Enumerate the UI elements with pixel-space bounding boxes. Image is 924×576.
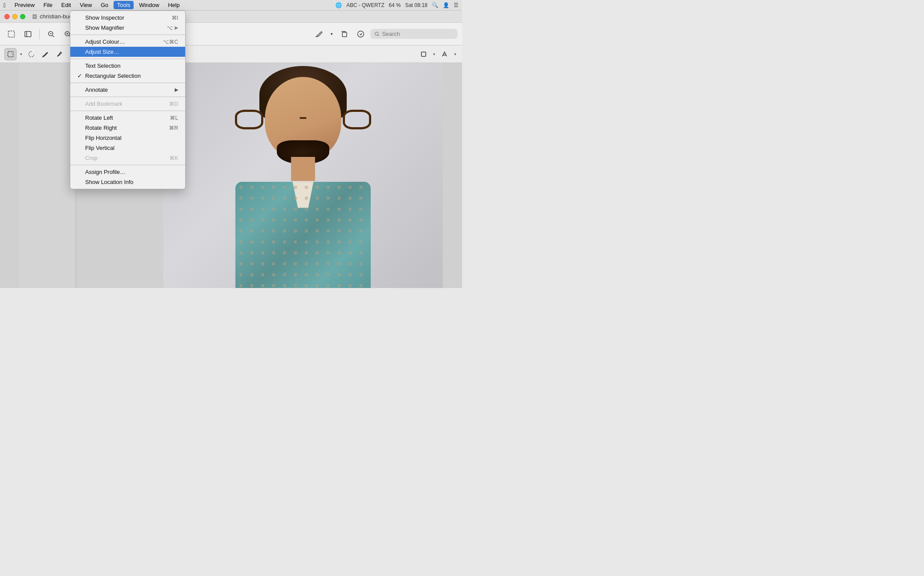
menu-item-adjust-colour[interactable]: Adjust Colour… ⌥⌘C — [70, 37, 185, 47]
menu-label-assign-profile: Assign Profile… — [85, 169, 125, 175]
menu-label-adjust-colour: Adjust Colour… — [85, 38, 125, 45]
search-icon[interactable]: 🔍 — [432, 2, 438, 8]
menu-icon[interactable]: ☰ — [454, 2, 459, 8]
svg-rect-10 — [342, 32, 347, 37]
content-area — [0, 63, 462, 288]
shortcut-add-bookmark: ⌘D — [169, 101, 178, 107]
dropdown-arrow[interactable]: ▾ — [18, 48, 24, 60]
menu-view[interactable]: View — [76, 1, 96, 9]
right-tools: ▾ ▾ — [417, 48, 458, 60]
shortcut-show-magnifier: ⌥ — [167, 25, 173, 31]
menu-label-annotate: Annotate — [85, 87, 108, 93]
menu-tools[interactable]: Tools — [114, 1, 134, 9]
menu-item-flip-horizontal[interactable]: Flip Horizontal — [70, 133, 185, 143]
menu-item-show-magnifier[interactable]: Show Magnifier ⌥ ▶ — [70, 23, 185, 33]
menu-item-annotate[interactable]: Annotate ▶ — [70, 85, 185, 95]
shortcut-rotate-left: ⌘L — [170, 115, 178, 121]
svg-rect-14 — [8, 52, 13, 57]
main-toolbar: ▾ — [0, 23, 462, 45]
copy-button[interactable] — [337, 27, 351, 41]
shortcut-rotate-right: ⌘R — [169, 125, 178, 131]
menu-label-flip-horizontal: Flip Horizontal — [85, 135, 121, 141]
search-icon — [375, 31, 379, 37]
pencil-tool[interactable] — [39, 48, 52, 60]
neck — [291, 157, 315, 181]
magnifier-arrow: ▶ — [175, 25, 178, 31]
border-style-button[interactable] — [417, 48, 430, 60]
separator-5 — [70, 111, 185, 111]
menu-item-rectangular-selection[interactable]: ✓ Rectangular Selection — [70, 71, 185, 81]
glasses-left — [235, 110, 263, 129]
separator-1 — [70, 35, 185, 35]
shortcut-show-inspector: ⌘I — [172, 15, 178, 21]
menubar-right-area: 🌐 ABC - QWERTZ 64 % Sat 08:18 🔍 👤 ☰ — [335, 2, 459, 8]
menu-help[interactable]: Help — [165, 1, 183, 9]
sidebar-toggle-button[interactable] — [21, 27, 35, 41]
menu-label-show-magnifier: Show Magnifier — [85, 24, 124, 31]
astro-icon: 🌐 — [335, 2, 342, 8]
menu-label-show-location: Show Location Info — [85, 179, 134, 185]
dropdown-arrow-3[interactable]: ▾ — [431, 48, 437, 60]
clock: Sat 08:18 — [405, 2, 428, 8]
apple-menu[interactable]:  — [3, 2, 6, 9]
menu-item-flip-vertical[interactable]: Flip Vertical — [70, 143, 185, 153]
chevron-down-button[interactable]: ▾ — [328, 27, 334, 41]
minimize-button[interactable] — [12, 14, 17, 19]
traffic-lights — [4, 14, 25, 19]
menu-item-show-inspector[interactable]: Show Inspector ⌘I — [70, 13, 185, 23]
title-bar: 🖼 christian-buehner-DltYlc26zVI-unsplash… — [0, 10, 462, 23]
menu-file[interactable]: File — [40, 1, 56, 9]
menu-label-show-inspector: Show Inspector — [85, 14, 124, 21]
abc-label: ABC - QWERTZ — [346, 2, 384, 8]
dropdown-arrow-4[interactable]: ▾ — [452, 48, 458, 60]
left-panel — [19, 63, 76, 288]
markup-button[interactable] — [354, 27, 368, 41]
menu-edit[interactable]: Edit — [58, 1, 74, 9]
rect-select-tool[interactable] — [4, 48, 17, 60]
menu-bar:  Preview File Edit View Go Tools Window… — [0, 0, 462, 10]
annotate-arrow: ▶ — [175, 87, 178, 93]
separator-2 — [70, 59, 185, 59]
menu-label-text-selection: Text Selection — [85, 62, 121, 69]
pen-tool[interactable] — [53, 48, 66, 60]
font-button[interactable] — [438, 48, 451, 60]
user-avatar: 👤 — [443, 2, 449, 8]
menu-item-crop: Crop ⌘K — [70, 153, 185, 163]
photo-background — [163, 63, 443, 288]
menu-item-rotate-left[interactable]: Rotate Left ⌘L — [70, 113, 185, 123]
close-button[interactable] — [4, 14, 10, 19]
search-box[interactable] — [370, 29, 458, 39]
menu-label-crop: Crop — [85, 155, 97, 161]
svg-point-11 — [358, 31, 364, 37]
menu-item-rotate-right[interactable]: Rotate Right ⌘R — [70, 123, 185, 133]
shirt — [235, 182, 371, 288]
menu-item-assign-profile[interactable]: Assign Profile… — [70, 167, 185, 177]
svg-line-13 — [378, 35, 379, 36]
lasso-tool[interactable] — [25, 48, 38, 60]
shortcut-crop: ⌘K — [169, 155, 178, 161]
tools-menu: Show Inspector ⌘I Show Magnifier ⌥ ▶ Adj… — [70, 10, 186, 189]
search-input[interactable] — [382, 31, 453, 37]
glasses-bridge — [300, 117, 307, 119]
photo-subject — [216, 73, 390, 288]
toolbar-right: ▾ — [312, 27, 458, 41]
menu-preview[interactable]: Preview — [11, 1, 38, 9]
menu-window[interactable]: Window — [135, 1, 162, 9]
selection-tool-button[interactable] — [4, 27, 18, 41]
menu-label-rotate-right: Rotate Right — [85, 125, 117, 131]
zoom-out-button[interactable] — [44, 27, 58, 41]
pen-tool-button[interactable] — [312, 27, 326, 41]
menu-item-text-selection[interactable]: Text Selection — [70, 61, 185, 71]
menu-go[interactable]: Go — [97, 1, 112, 9]
svg-line-5 — [52, 35, 54, 37]
separator-4 — [70, 97, 185, 97]
svg-point-12 — [375, 32, 378, 35]
glasses-right — [343, 110, 371, 129]
menu-item-show-location[interactable]: Show Location Info — [70, 177, 185, 187]
separator-3 — [70, 83, 185, 83]
menu-label-add-bookmark: Add Bookmark — [85, 101, 122, 107]
annotation-toolbar: ▾ ▾ ▾ — [0, 45, 462, 63]
menu-item-adjust-size[interactable]: Adjust Size… — [70, 47, 185, 57]
menu-label-rotate-left: Rotate Left — [85, 115, 113, 121]
maximize-button[interactable] — [20, 14, 25, 19]
